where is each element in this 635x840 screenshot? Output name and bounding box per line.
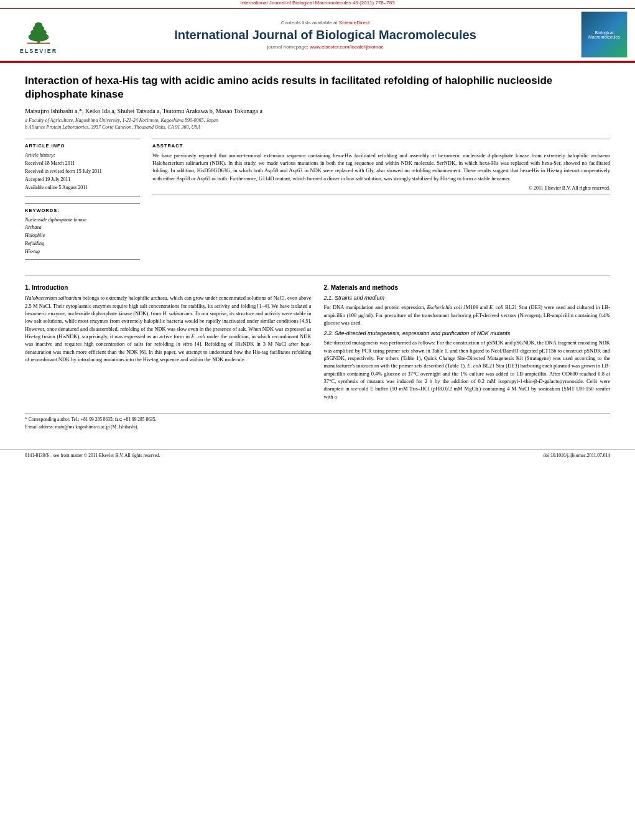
elsevier-logo: ELSEVIER: [7, 16, 70, 54]
authors: Matsujiro Ishibashi a,*, Keiko Ida a, Sh…: [25, 108, 610, 114]
intro-heading: 1. Introduction: [25, 284, 312, 291]
journal-header: International Journal of Biological Macr…: [0, 0, 635, 61]
keyword-0: Nucleoside diphosphate kinase: [25, 216, 140, 224]
abstract-box: ABSTRACT We have previously reported tha…: [152, 139, 610, 195]
copyright: © 2011 Elsevier B.V. All rights reserved…: [152, 185, 610, 191]
svg-point-4: [35, 22, 43, 27]
doi-text: doi:10.1016/j.ijbiomac.2011.07.014: [544, 453, 610, 458]
journal-logo: Biological Macromolecules: [581, 11, 628, 58]
keyword-1: Archaea: [25, 224, 140, 232]
contents-line: Contents lists available at ScienceDirec…: [70, 20, 581, 25]
keywords-list: Nucleoside diphosphate kinase Archaea Ha…: [25, 216, 140, 256]
elsevier-tree-icon: [17, 16, 60, 47]
volume-info: International Journal of Biological Macr…: [240, 0, 394, 6]
footnotes: * Corresponding author. Tel.: +81 99 285…: [25, 413, 610, 431]
revised-date: Received in revised form 15 July 2011: [25, 168, 140, 175]
article-info-box: ARTICLE INFO Article history: Received 1…: [25, 139, 140, 197]
corresponding-author: * Corresponding author. Tel.: +81 99 285…: [25, 417, 610, 423]
strains-text: For DNA manipulation and protein express…: [324, 303, 611, 326]
right-column: ABSTRACT We have previously reported tha…: [152, 139, 610, 267]
journal-homepage: journal homepage: www.elsevier.com/locat…: [70, 44, 581, 50]
affiliation-b: b Alliance Protein Laboratories, 3957 Co…: [25, 124, 610, 131]
section-divider: [25, 275, 610, 275]
email-address: E-mail address: matu@ms.kagoshima-u.ac.j…: [25, 424, 610, 431]
article-body: ARTICLE INFO Article history: Received 1…: [25, 139, 610, 267]
accepted-date: Accepted 19 July 2011: [25, 176, 140, 183]
keyword-3: Refolding: [25, 240, 140, 248]
keyword-4: His-tag: [25, 248, 140, 256]
journal-top-bar: International Journal of Biological Macr…: [0, 0, 635, 6]
journal-banner: ELSEVIER Contents lists available at Sci…: [0, 8, 635, 61]
intro-paragraph: Halobacterium salinarium belongs to extr…: [25, 294, 312, 363]
intro-title-text: Introduction: [32, 284, 68, 291]
sciencedirect-link[interactable]: ScienceDirect: [339, 20, 369, 25]
intro-column: 1. Introduction Halobacterium salinarium…: [25, 284, 312, 400]
svg-rect-5: [27, 42, 50, 44]
keyword-2: Halophile: [25, 232, 140, 240]
journal-main-title: International Journal of Biological Macr…: [70, 27, 581, 42]
article-info-title: ARTICLE INFO: [25, 143, 140, 149]
homepage-url[interactable]: www.elsevier.com/locate/ijbiomac: [310, 44, 384, 50]
materials-column: 2. Materials and methods 2.1. Strains an…: [324, 284, 611, 400]
journal-title-block: Contents lists available at ScienceDirec…: [70, 20, 581, 50]
abstract-text: We have previously reported that amino-t…: [152, 152, 610, 182]
history-label: Article history:: [25, 152, 140, 159]
abstract-title: ABSTRACT: [152, 143, 610, 149]
materials-heading: 2. Materials and methods: [324, 284, 611, 291]
elsevier-text: ELSEVIER: [20, 48, 58, 54]
paper-content: Interaction of hexa-His tag with acidic …: [0, 63, 635, 443]
affiliation-a: a Faculty of Agriculture, Kagoshima Univ…: [25, 117, 610, 124]
body-sections: 1. Introduction Halobacterium salinarium…: [25, 284, 610, 400]
received-date: Received 18 March 2011: [25, 160, 140, 167]
bottom-bar: 0141-8130/$ – see front matter © 2011 El…: [0, 450, 635, 461]
mutagenesis-title: Site-directed mutagenesis, expression an…: [335, 330, 510, 336]
keywords-box: Keywords: Nucleoside diphosphate kinase …: [25, 203, 140, 261]
mutagenesis-text: Site-directed mutagenesis was performed …: [324, 339, 611, 400]
mutagenesis-heading: 2.2. Site-directed mutagenesis, expressi…: [324, 330, 611, 336]
issn-text: 0141-8130/$ – see front matter © 2011 El…: [25, 453, 160, 458]
strains-title: Strains and medium: [335, 295, 384, 301]
available-date: Available online 5 August 2011: [25, 184, 140, 191]
strains-heading: 2.1. Strains and medium: [324, 295, 611, 301]
affiliations: a Faculty of Agriculture, Kagoshima Univ…: [25, 117, 610, 131]
paper-title: Interaction of hexa-His tag with acidic …: [25, 74, 610, 101]
left-column: ARTICLE INFO Article history: Received 1…: [25, 139, 140, 267]
materials-title-text: Materials and methods: [331, 284, 398, 291]
keywords-title: Keywords:: [25, 208, 140, 213]
